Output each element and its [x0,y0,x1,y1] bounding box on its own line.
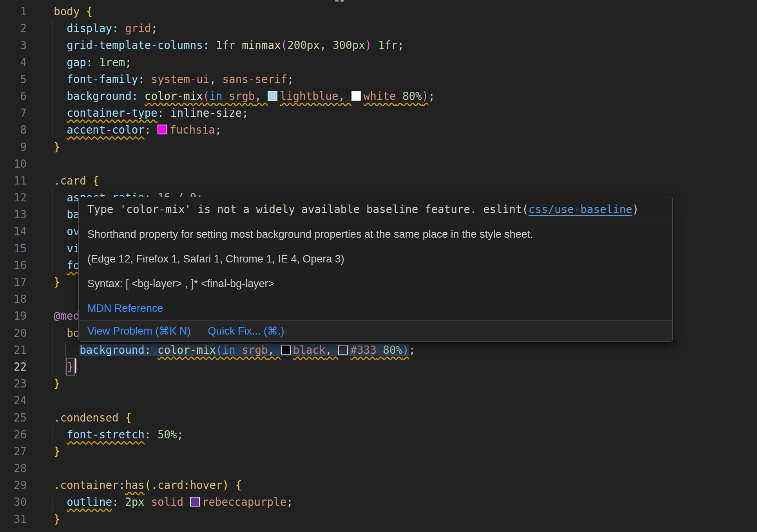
line-number[interactable]: 20 [0,325,27,342]
line-number[interactable]: 24 [0,392,27,409]
quick-fix-button[interactable]: Quick Fix... (⌘.) [208,325,284,337]
code-line[interactable]: 9} [0,139,757,156]
diagnostic-message: Type 'color-mix' is not a widely availab… [79,197,672,221]
mdn-reference-link[interactable]: MDN Reference [87,302,163,314]
code-line[interactable]: 31} [0,511,757,528]
line-number[interactable]: 27 [0,443,27,460]
line-number[interactable]: 21 [0,342,27,358]
line-number[interactable]: 9 [0,139,27,156]
line-number[interactable]: 5 [0,71,27,88]
hover-docs: Shorthand property for setting most back… [79,221,672,320]
line-number[interactable]: 29 [0,477,27,494]
indent-guide [52,189,53,274]
code-line[interactable]: 27} [0,443,757,460]
line-number[interactable]: 31 [0,511,27,528]
line-number[interactable]: 19 [0,308,27,324]
line-number[interactable]: 2 [0,20,27,37]
line-number[interactable]: 30 [0,494,27,510]
code-line[interactable]: 28 [0,460,757,477]
line-number[interactable]: 1 [0,3,27,20]
code-line[interactable]: 24 [0,392,757,409]
line-number[interactable]: 23 [0,375,27,392]
line-number[interactable]: 7 [0,105,27,121]
property-description: Shorthand property for setting most back… [87,228,664,241]
code-line[interactable]: 4 gap: 1rem; [0,54,757,71]
code-line[interactable]: 11.card { [0,172,757,189]
line-number[interactable]: 16 [0,257,27,274]
code-line[interactable]: 2 display: grid; [0,20,757,37]
color-swatch[interactable] [158,125,167,134]
line-number[interactable]: 13 [0,206,27,223]
hover-actions: View Problem (⌘K N) Quick Fix... (⌘.) [79,320,672,341]
code-line[interactable]: 29.container:has(.card:hover) { [0,477,757,494]
code-line[interactable]: 10 [0,156,757,172]
color-swatch[interactable] [281,345,291,355]
line-number[interactable]: 18 [0,291,27,308]
line-number[interactable]: 12 [0,189,27,206]
line-number[interactable]: 8 [0,121,27,138]
syntax-line: Syntax: [ <bg-layer> , ]* <final-bg-laye… [87,277,664,290]
indent-guide-active [65,342,66,375]
code-line[interactable]: 23} [0,375,757,392]
line-number[interactable]: 28 [0,460,27,477]
hover-tooltip: Type 'color-mix' is not a widely availab… [78,197,673,342]
color-swatch[interactable] [338,345,348,355]
line-number[interactable]: 25 [0,409,27,426]
line-number[interactable]: 22 [0,358,27,375]
code-line[interactable]: 22 } [0,358,757,375]
line-number[interactable]: 17 [0,274,27,291]
clipped-text-artifact [335,0,339,2]
view-problem-button[interactable]: View Problem (⌘K N) [87,325,191,337]
code-line[interactable]: 7 container-type: inline-size; [0,105,757,121]
line-number[interactable]: 4 [0,54,27,71]
line-number[interactable]: 6 [0,88,27,105]
indent-guide [52,426,53,443]
code-line[interactable]: 3 grid-template-columns: 1fr minmax(200p… [0,37,757,54]
text-cursor [75,358,76,373]
clipped-text-artifact [340,0,344,2]
diagnostic-text: Type 'color-mix' is not a widely availab… [87,203,529,215]
code-line[interactable]: 21 background: color-mix(in srgb, black,… [0,342,757,358]
color-swatch[interactable] [351,91,361,101]
code-line[interactable]: 25.condensed { [0,409,757,426]
line-number[interactable]: 3 [0,37,27,54]
line-number[interactable]: 11 [0,172,27,189]
code-line[interactable]: 8 accent-color: fuchsia; [0,121,757,138]
code-editor[interactable]: 1body {2 display: grid;3 grid-template-c… [0,0,757,532]
code-line[interactable]: 5 font-family: system-ui, sans-serif; [0,71,757,88]
indent-guide [52,20,53,138]
line-number[interactable]: 26 [0,426,27,443]
color-swatch[interactable] [190,497,200,507]
eslint-rule-link[interactable]: css/use-baseline [529,203,632,215]
indent-guide [52,325,53,376]
indent-guide [52,494,53,511]
diagnostic-text-suffix: ) [632,203,639,215]
color-swatch[interactable] [268,91,277,101]
line-number[interactable]: 10 [0,156,27,172]
line-number[interactable]: 14 [0,223,27,240]
code-line[interactable]: 6 background: color-mix(in srgb, lightbl… [0,88,757,105]
code-line[interactable]: 26 font-stretch: 50%; [0,426,757,443]
code-line[interactable]: 1body { [0,3,757,20]
browser-support: (Edge 12, Firefox 1, Safari 1, Chrome 1,… [87,253,664,265]
line-number[interactable]: 15 [0,240,27,257]
code-line[interactable]: 30 outline: 2px solid rebeccapurple; [0,494,757,510]
